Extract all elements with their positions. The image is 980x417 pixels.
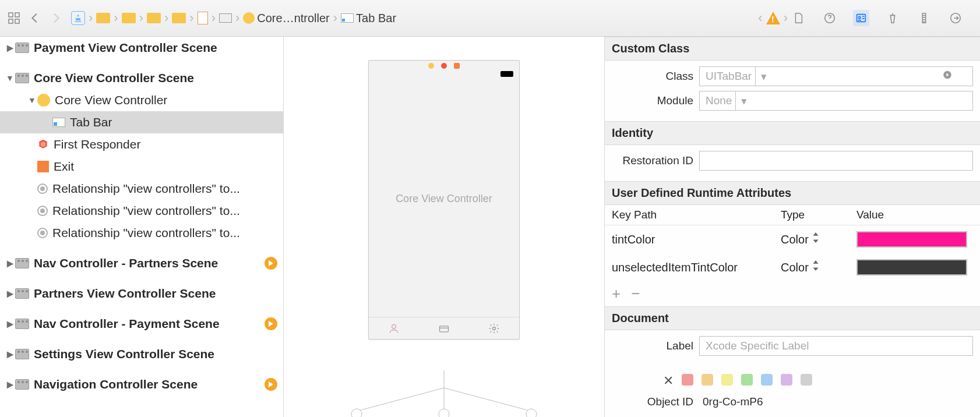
dock-vc-icon[interactable] <box>428 63 434 69</box>
doc-color-chip[interactable] <box>781 374 792 386</box>
view-controller-icon <box>243 12 255 24</box>
disclosure-icon[interactable]: ▶ <box>5 43 15 52</box>
tabbar-row[interactable]: Tab Bar <box>0 111 283 133</box>
color-swatch[interactable] <box>856 231 967 248</box>
scene-row[interactable]: ▶ Nav Controller - Partners Scene <box>0 252 283 274</box>
add-attr-button[interactable]: + <box>612 285 621 303</box>
doc-color-chip[interactable] <box>701 374 713 386</box>
scene-icon <box>15 43 29 53</box>
folder-icon <box>172 13 186 23</box>
jump-bar[interactable]: › › › › › › › Core…ntroller › Tab Bar ‹ … <box>71 10 790 26</box>
entry-point-icon <box>265 317 277 330</box>
battery-icon <box>500 71 513 77</box>
scene-row[interactable]: ▶ Nav Controller - Payment Scene <box>0 313 283 335</box>
exit-row[interactable]: Exit <box>0 156 283 178</box>
color-swatch[interactable] <box>856 259 967 275</box>
restoration-id-field[interactable] <box>699 151 973 171</box>
clear-color-button[interactable]: ✕ <box>663 373 674 388</box>
svg-point-13 <box>439 409 449 417</box>
scene-icon <box>15 73 29 83</box>
connections-inspector-icon[interactable] <box>947 10 964 26</box>
svg-rect-10 <box>440 326 449 331</box>
section-document: Document <box>605 306 980 330</box>
module-label: Module <box>612 94 699 107</box>
doc-color-chip[interactable] <box>721 374 733 386</box>
exit-icon <box>37 161 49 172</box>
size-inspector-icon[interactable] <box>916 10 932 26</box>
phone-tabbar[interactable] <box>369 317 519 339</box>
warning-icon[interactable] <box>766 12 780 24</box>
first-responder-row[interactable]: First Responder <box>0 133 283 156</box>
scene-row[interactable]: ▶ Payment View Controller Scene <box>0 37 283 59</box>
dock-first-responder-icon[interactable] <box>441 63 447 69</box>
object-id-label: Object ID <box>612 395 699 408</box>
help-inspector-icon[interactable] <box>822 10 838 26</box>
doc-color-chip[interactable] <box>801 374 812 386</box>
doc-color-chip[interactable] <box>761 374 773 386</box>
attributes-inspector-icon[interactable] <box>884 10 901 26</box>
related-items-icon[interactable] <box>6 10 22 26</box>
class-field[interactable]: UITabBar ▾ <box>699 66 973 86</box>
segue-row[interactable]: Relationship "view controllers" to... <box>0 222 283 244</box>
disclosure-icon[interactable]: ▶ <box>5 380 15 389</box>
udra-row[interactable]: unselectedItemTintColor Color <box>605 253 980 281</box>
section-udra: User Defined Runtime Attributes <box>605 181 980 205</box>
remove-attr-button[interactable]: − <box>631 285 640 303</box>
doc-color-chip[interactable] <box>682 374 693 386</box>
segue-row[interactable]: Relationship "view controllers" to... <box>0 178 283 200</box>
doc-label-field[interactable]: Xcode Specific Label <box>699 336 973 356</box>
stepper-icon[interactable] <box>812 260 822 274</box>
tab-person-icon[interactable] <box>369 317 419 339</box>
disclosure-icon[interactable]: ▶ <box>5 289 15 298</box>
disclosure-icon[interactable]: ▶ <box>5 349 15 359</box>
dock-exit-icon[interactable] <box>454 63 460 69</box>
document-outline[interactable]: ▶ Payment View Controller Scene ▼ Core V… <box>0 37 284 417</box>
doc-label-label: Label <box>612 340 699 352</box>
udra-row[interactable]: tintColor Color <box>605 225 980 253</box>
doc-color-row: ✕ <box>605 366 980 395</box>
stepper-icon[interactable] <box>812 232 822 246</box>
scene-row[interactable]: ▶ Settings View Controller Scene <box>0 343 283 365</box>
tab-card-icon[interactable] <box>419 317 469 339</box>
scene-row[interactable]: ▶ Navigation Controller Scene <box>0 373 283 395</box>
disclosure-icon[interactable]: ▶ <box>5 319 15 328</box>
view-controller-row[interactable]: ▼ Core View Controller <box>0 89 283 111</box>
scene-icon <box>15 288 29 299</box>
svg-rect-3 <box>15 19 19 23</box>
app-icon <box>71 11 85 25</box>
segue-lines <box>327 370 560 417</box>
udra-table-header: Key Path Type Value <box>605 205 980 225</box>
jump-arrow-icon[interactable] <box>942 70 953 83</box>
phone-preview[interactable]: Core View Controller <box>368 60 520 340</box>
storyboard-file-icon <box>198 12 208 24</box>
scene-row[interactable]: ▼ Core View Controller Scene <box>0 67 283 89</box>
svg-rect-0 <box>9 13 13 17</box>
disclosure-icon[interactable]: ▶ <box>5 259 15 268</box>
identity-inspector-icon[interactable] <box>853 10 869 26</box>
svg-point-12 <box>351 409 362 417</box>
view-controller-icon <box>37 94 50 107</box>
disclosure-icon[interactable]: ▼ <box>27 96 37 105</box>
scene-icon <box>15 379 29 390</box>
interface-builder-canvas[interactable]: Core View Controller <box>284 37 604 417</box>
svg-point-9 <box>392 324 396 328</box>
folder-icon <box>147 13 161 23</box>
class-label: Class <box>612 70 699 83</box>
chevron-down-icon[interactable]: ▾ <box>755 67 771 86</box>
nav-back-icon[interactable] <box>27 10 43 26</box>
doc-color-chip[interactable] <box>741 374 753 386</box>
module-field[interactable]: None ▾ <box>699 91 973 111</box>
tab-gear-icon[interactable] <box>469 317 519 339</box>
disclosure-icon[interactable]: ▼ <box>5 73 15 83</box>
nav-forward-icon <box>48 10 64 26</box>
svg-point-6 <box>858 16 861 19</box>
file-inspector-icon[interactable] <box>790 10 806 26</box>
chevron-down-icon[interactable]: ▾ <box>735 91 752 110</box>
segue-row[interactable]: Relationship "view controllers" to... <box>0 200 283 222</box>
svg-point-14 <box>526 409 537 417</box>
phone-status-bar <box>369 71 519 80</box>
scene-row[interactable]: ▶ Partners View Controller Scene <box>0 282 283 305</box>
scene-icon <box>15 258 29 268</box>
restoration-id-label: Restoration ID <box>612 154 699 167</box>
tabbar-icon <box>341 13 354 23</box>
